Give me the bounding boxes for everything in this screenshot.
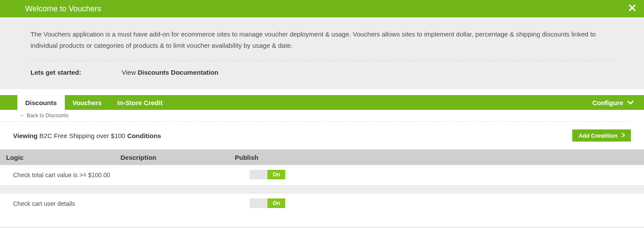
lets-get-started-label: Lets get started: <box>30 69 122 76</box>
row-publish: On <box>230 170 644 181</box>
tab-discounts-label: Discounts <box>25 99 57 106</box>
viewing-text: Viewing B2C Free Shipping over $100 Cond… <box>13 132 161 139</box>
close-icon[interactable] <box>628 4 636 13</box>
chevron-down-icon <box>627 99 634 106</box>
tabbar: Discounts Vouchers In-Store Credit Confi… <box>0 95 644 110</box>
view-prefix: View <box>122 69 137 76</box>
configure-dropdown[interactable]: Configure <box>582 95 644 110</box>
toggle-off-side <box>250 198 267 208</box>
row-publish: On <box>230 198 644 209</box>
add-condition-label: Add Condition <box>578 132 617 139</box>
viewing-name: B2C Free Shipping over $100 <box>37 132 127 139</box>
welcome-get-started: Lets get started: View Discounts Documen… <box>30 61 614 76</box>
tab-vouchers-label: Vouchers <box>73 99 102 106</box>
tab-discounts[interactable]: Discounts <box>17 95 65 110</box>
viewing-prefix: Viewing <box>13 132 37 139</box>
toggle-on-side: On <box>267 170 285 179</box>
publish-toggle[interactable]: On <box>250 170 285 179</box>
add-condition-button[interactable]: Add Condition <box>572 129 631 142</box>
table-header: Logic Description Publish <box>0 149 644 165</box>
row-logic: Check total cart value is >= $100.00 <box>0 172 116 178</box>
table-row[interactable]: Check total cart value is >= $100.00 On <box>0 165 644 185</box>
back-link-text: ← Back to Discounts <box>20 112 68 119</box>
back-to-discounts-link[interactable]: ← Back to Discounts <box>0 110 631 122</box>
configure-label: Configure <box>592 99 623 106</box>
welcome-header: Welcome to Vouchers <box>0 0 644 17</box>
table-row[interactable]: Check cart user details On <box>0 194 644 214</box>
tab-instore-credit[interactable]: In-Store Credit <box>110 95 170 110</box>
col-header-description: Description <box>116 154 230 161</box>
viewing-suffix: Conditions <box>127 132 161 139</box>
chevron-right-icon <box>622 133 625 138</box>
publish-toggle[interactable]: On <box>250 198 285 208</box>
toggle-on-side: On <box>267 198 285 208</box>
welcome-title: Welcome to Vouchers <box>25 4 101 13</box>
documentation-link[interactable]: View Discounts Documentation <box>122 69 218 76</box>
col-header-logic: Logic <box>0 154 116 161</box>
viewing-row: Viewing B2C Free Shipping over $100 Cond… <box>0 122 644 149</box>
tab-vouchers[interactable]: Vouchers <box>65 95 110 110</box>
welcome-intro-text: The Vouchers application is a must have … <box>30 29 614 61</box>
row-logic: Check cart user details <box>0 200 116 207</box>
welcome-body: The Vouchers application is a must have … <box>0 17 644 89</box>
toggle-off-side <box>250 170 267 179</box>
col-header-publish: Publish <box>230 154 644 161</box>
doc-link-text: Discounts Documentation <box>137 69 218 76</box>
tab-instore-credit-label: In-Store Credit <box>117 99 163 106</box>
